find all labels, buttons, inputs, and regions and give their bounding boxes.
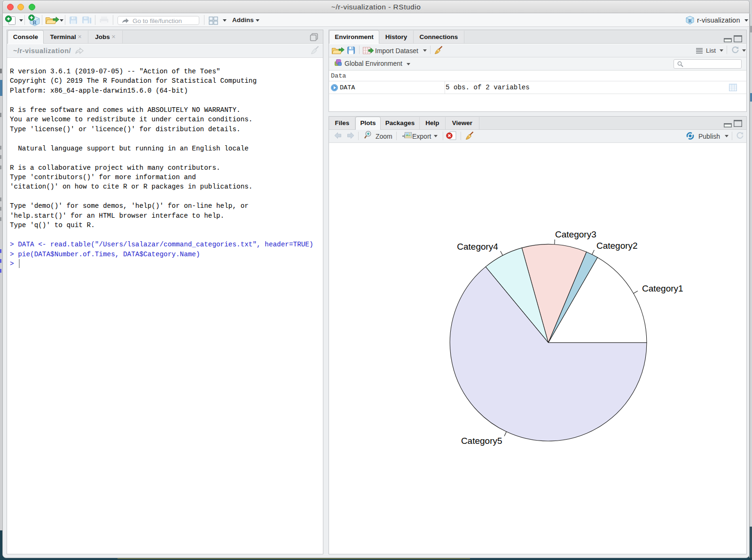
svg-text:Category5: Category5 xyxy=(461,436,502,446)
svg-text:Category1: Category1 xyxy=(642,284,683,293)
svg-text:Category2: Category2 xyxy=(596,241,638,251)
svg-text:Category3: Category3 xyxy=(555,229,596,239)
svg-text:Category4: Category4 xyxy=(457,242,498,252)
svg-text:R: R xyxy=(688,18,692,24)
